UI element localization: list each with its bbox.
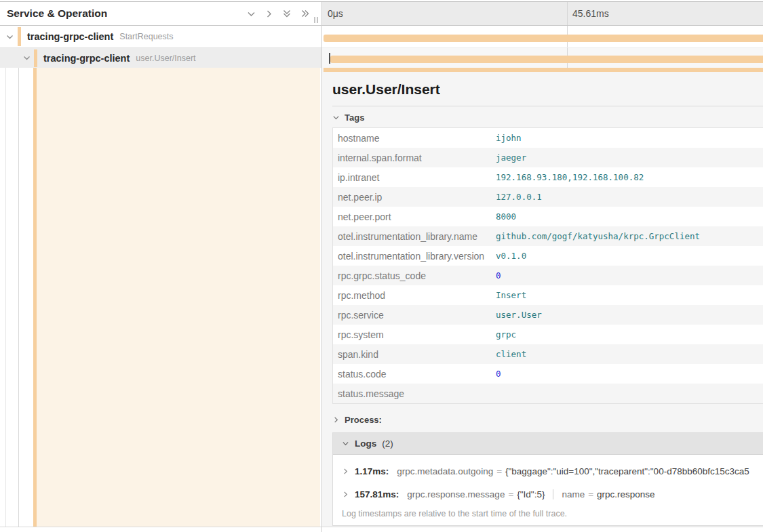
tag-key: otel.instrumentation_library.version	[333, 251, 496, 262]
log-field-key: grpc.response.message	[407, 489, 505, 499]
tag-key: status.code	[333, 369, 496, 380]
ruler-gridline	[567, 2, 568, 25]
tag-value: 0	[496, 369, 501, 379]
tags-label: Tags	[345, 112, 364, 123]
column-resize-grip[interactable]	[314, 17, 318, 23]
service-operation-header: Service & Operation	[0, 2, 321, 25]
timeline-header: Service & Operation 0μs 45.61ms	[0, 2, 763, 26]
logs-footer-note: Log timestamps are relative to the start…	[333, 506, 763, 525]
tags-accordion-header[interactable]: Tags	[332, 112, 763, 123]
log-timestamp: 157.81ms:	[355, 489, 399, 499]
tag-key: span.kind	[333, 349, 496, 360]
tag-key: rpc.method	[333, 290, 496, 301]
detail-title-block: user.User/Insert	[332, 72, 763, 106]
equals-sign: =	[588, 489, 593, 499]
span-detail-indent	[0, 68, 321, 527]
tag-row[interactable]: rpc.methodInsert	[333, 285, 763, 305]
tag-row[interactable]: net.peer.port8000	[333, 207, 763, 226]
tag-row[interactable]: status.code0	[333, 364, 763, 384]
span-row-user-insert[interactable]: tracing-grpc-client user.User/Insert	[0, 47, 763, 68]
tag-value: 0	[496, 270, 501, 281]
tag-key: rpc.grpc.status_code	[333, 270, 496, 281]
span-color-bar	[34, 49, 37, 67]
tag-value: user.User	[496, 310, 542, 320]
tag-key: otel.instrumentation_library.name	[333, 231, 496, 242]
chevron-down-icon	[332, 114, 340, 121]
log-field-value: {"baggage":"uid=100","traceparent":"00-d…	[505, 466, 749, 476]
tag-key: internal.span.format	[333, 152, 496, 163]
chevron-down-icon	[342, 440, 349, 447]
trace-timeline-view: Service & Operation 0μs 45.61ms tracing-…	[0, 0, 763, 532]
tags-table: hostnameijohn internal.span.formatjaeger…	[332, 127, 763, 404]
span-row-startrequests[interactable]: tracing-grpc-client StartRequests	[0, 26, 763, 47]
tag-key: status.message	[333, 388, 496, 399]
tag-value: Insert	[496, 290, 526, 300]
chevron-right-icon	[342, 491, 349, 498]
tag-value: 127.0.0.1	[496, 192, 542, 202]
tag-key: ip.intranet	[333, 172, 496, 183]
tag-row[interactable]: rpc.systemgrpc	[333, 325, 763, 344]
log-timestamp: 1.17ms:	[355, 466, 389, 476]
log-field-value: {"Id":5}	[517, 489, 545, 499]
collapse-caret-icon[interactable]	[22, 54, 31, 62]
tag-row[interactable]: hostnameijohn	[333, 128, 763, 148]
duration-bar[interactable]	[330, 56, 763, 63]
tag-value: grpc	[496, 329, 516, 340]
tag-row[interactable]: span.kindclient	[333, 344, 763, 364]
tag-value: 8000	[496, 211, 516, 222]
equals-sign: =	[508, 489, 513, 499]
chevron-right-icon	[342, 468, 349, 475]
log-entry[interactable]: 1.17ms: grpc.metadata.outgoing = {"bagga…	[333, 459, 763, 483]
tag-row[interactable]: otel.instrumentation_library.namegithub.…	[333, 226, 763, 246]
tag-value: github.com/gogf/katyusha/krpc.GrpcClient	[496, 231, 700, 241]
service-name: tracing-grpc-client	[27, 31, 113, 42]
panel-divider[interactable]	[321, 2, 322, 532]
log-entry[interactable]: 157.81ms: grpc.response.message = {"Id":…	[333, 483, 763, 506]
ruler-tick-start: 0μs	[328, 2, 343, 25]
span-name-cell[interactable]: tracing-grpc-client StartRequests	[0, 26, 321, 47]
field-divider	[553, 489, 553, 499]
logs-accordion: Logs (2) 1.17ms: grpc.metadata.outgoing …	[332, 432, 763, 526]
tag-row[interactable]: rpc.grpc.status_code0	[333, 266, 763, 285]
tag-key: net.peer.ip	[333, 192, 496, 203]
span-detail-title: user.User/Insert	[332, 72, 763, 106]
tree-controls	[246, 2, 311, 25]
duration-bar[interactable]	[324, 35, 763, 42]
tag-value: ijohn	[496, 133, 522, 143]
span-detail-panel: user.User/Insert Tags hostnameijohn inte…	[322, 68, 763, 527]
span-detail-row: user.User/Insert Tags hostnameijohn inte…	[0, 68, 763, 527]
span-bar-cell[interactable]	[322, 26, 763, 47]
tag-row[interactable]: otel.instrumentation_library.versionv0.1…	[333, 246, 763, 266]
double-chevron-right-icon[interactable]	[300, 8, 311, 19]
span-color-bar	[18, 27, 21, 46]
service-operation-title: Service & Operation	[7, 7, 107, 20]
tag-row[interactable]: ip.intranet192.168.93.180,192.168.100.82	[333, 167, 763, 187]
span-name-cell[interactable]: tracing-grpc-client user.User/Insert	[0, 47, 321, 68]
tree-guide-line	[18, 68, 19, 527]
span-bar-cell[interactable]	[322, 47, 763, 68]
operation-name: user.User/Insert	[136, 54, 195, 63]
log-field-key: grpc.metadata.outgoing	[397, 466, 493, 476]
tag-row[interactable]: internal.span.formatjaeger	[333, 148, 763, 167]
chevron-down-icon[interactable]	[246, 9, 256, 19]
chevron-right-icon	[332, 416, 340, 424]
log-field-value: grpc.response	[597, 489, 655, 499]
tag-row[interactable]: net.peer.ip127.0.0.1	[333, 187, 763, 207]
logs-accordion-header[interactable]: Logs (2)	[333, 433, 763, 455]
logs-count: (2)	[382, 438, 393, 449]
equals-sign: =	[496, 466, 502, 476]
selected-span-tint	[37, 68, 320, 527]
service-name: tracing-grpc-client	[43, 53, 130, 64]
tag-row[interactable]: status.message	[333, 384, 763, 403]
timeline-ruler: 0μs 45.61ms	[322, 2, 763, 25]
double-chevron-down-icon[interactable]	[281, 8, 292, 19]
tag-row[interactable]: rpc.serviceuser.User	[333, 305, 763, 325]
chevron-right-icon[interactable]	[264, 9, 274, 19]
collapse-caret-icon[interactable]	[5, 33, 14, 41]
ruler-tick-mid: 45.61ms	[572, 2, 609, 25]
tag-key: hostname	[333, 133, 496, 144]
log-field-key: name	[562, 489, 585, 499]
logs-label: Logs	[355, 438, 376, 449]
process-accordion-header[interactable]: Process:	[332, 415, 763, 425]
tree-guide-line	[5, 68, 6, 527]
